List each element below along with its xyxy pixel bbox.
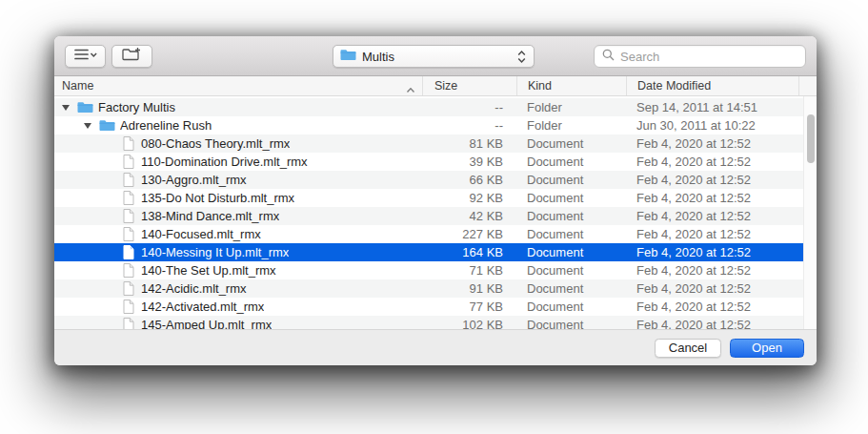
document-icon bbox=[123, 300, 134, 314]
document-icon bbox=[123, 209, 134, 223]
table-row[interactable]: 142-Activated.mlt_rmx 77 KB Document Feb… bbox=[54, 298, 817, 316]
file-name: Factory Multis bbox=[98, 100, 175, 114]
file-size: 81 KB bbox=[422, 136, 516, 151]
column-header-name[interactable]: Name bbox=[54, 76, 422, 95]
file-size: 164 KB bbox=[422, 245, 516, 259]
file-size: 102 KB bbox=[422, 318, 516, 329]
table-row[interactable]: 110-Domination Drive.mlt_rmx 39 KB Docum… bbox=[54, 153, 817, 171]
new-folder-button[interactable] bbox=[111, 45, 152, 68]
file-date-modified: Feb 4, 2020 at 12:52 bbox=[626, 209, 798, 223]
table-row[interactable]: 140-The Set Up.mlt_rmx 71 KB Document Fe… bbox=[54, 261, 817, 279]
table-row[interactable]: 145-Amped Up.mlt_rmx 102 KB Document Feb… bbox=[54, 316, 817, 329]
file-size: 227 KB bbox=[422, 227, 516, 241]
search-input[interactable] bbox=[620, 50, 797, 64]
cancel-button[interactable]: Cancel bbox=[655, 339, 721, 358]
file-name: Adreneline Rush bbox=[120, 118, 212, 133]
dialog-footer: Cancel Open bbox=[54, 329, 817, 365]
file-size: 71 KB bbox=[422, 263, 516, 278]
file-kind: Document bbox=[516, 209, 626, 223]
file-date-modified: Feb 4, 2020 at 12:52 bbox=[626, 300, 798, 314]
scrollbar-track[interactable] bbox=[803, 96, 817, 329]
file-size: 91 KB bbox=[422, 281, 516, 296]
table-row[interactable]: 080-Chaos Theory.mlt_rmx 81 KB Document … bbox=[54, 134, 817, 153]
column-header-date-modified[interactable]: Date Modified bbox=[626, 76, 798, 95]
scrollbar-thumb[interactable] bbox=[807, 114, 815, 163]
document-icon bbox=[123, 155, 134, 169]
file-kind: Document bbox=[516, 245, 626, 259]
table-row[interactable]: 142-Acidic.mlt_rmx 91 KB Document Feb 4,… bbox=[54, 279, 817, 298]
file-kind: Document bbox=[516, 227, 626, 241]
file-name: 110-Domination Drive.mlt_rmx bbox=[141, 155, 308, 169]
column-header-kind[interactable]: Kind bbox=[516, 76, 626, 95]
file-kind: Document bbox=[516, 300, 626, 314]
file-size: -- bbox=[422, 100, 516, 114]
file-date-modified: Feb 4, 2020 at 12:52 bbox=[626, 155, 798, 169]
file-date-modified: Feb 4, 2020 at 12:52 bbox=[626, 281, 798, 296]
folder-icon bbox=[340, 49, 356, 64]
file-date-modified: Feb 4, 2020 at 12:52 bbox=[626, 263, 798, 278]
file-date-modified: Jun 30, 2011 at 10:22 bbox=[626, 118, 798, 133]
file-name: 135-Do Not Disturb.mlt_rmx bbox=[141, 191, 294, 205]
file-size: -- bbox=[422, 118, 516, 133]
file-kind: Document bbox=[516, 136, 626, 151]
file-date-modified: Sep 14, 2011 at 14:51 bbox=[626, 100, 798, 114]
file-kind: Document bbox=[516, 191, 626, 205]
new-folder-icon bbox=[122, 47, 142, 66]
folder-icon bbox=[99, 119, 115, 132]
file-kind: Folder bbox=[516, 118, 626, 133]
document-icon bbox=[123, 227, 134, 241]
table-row[interactable]: 140-Messing It Up.mlt_rmx 164 KB Documen… bbox=[54, 243, 817, 261]
table-row[interactable]: Factory Multis -- Folder Sep 14, 2011 at… bbox=[54, 98, 817, 116]
file-name: 130-Aggro.mlt_rmx bbox=[141, 173, 247, 187]
search-field[interactable] bbox=[594, 45, 806, 68]
location-value: Multis bbox=[362, 50, 517, 64]
document-icon bbox=[123, 136, 134, 151]
file-name: 145-Amped Up.mlt_rmx bbox=[141, 318, 272, 329]
column-header-stub bbox=[798, 76, 817, 95]
file-name: 138-Mind Dance.mlt_rmx bbox=[141, 209, 279, 223]
table-row[interactable]: 140-Focused.mlt_rmx 227 KB Document Feb … bbox=[54, 225, 817, 243]
file-kind: Document bbox=[516, 155, 626, 169]
view-mode-button[interactable] bbox=[65, 45, 106, 68]
document-icon bbox=[123, 281, 134, 296]
file-name: 142-Activated.mlt_rmx bbox=[141, 300, 264, 314]
disclosure-triangle-icon[interactable] bbox=[62, 105, 70, 111]
file-size: 39 KB bbox=[422, 155, 516, 169]
document-icon bbox=[123, 191, 134, 205]
document-icon bbox=[123, 318, 134, 329]
open-button[interactable]: Open bbox=[730, 339, 804, 358]
table-row[interactable]: 138-Mind Dance.mlt_rmx 42 KB Document Fe… bbox=[54, 207, 817, 225]
table-row[interactable]: 130-Aggro.mlt_rmx 66 KB Document Feb 4, … bbox=[54, 171, 817, 189]
table-row[interactable]: Adreneline Rush -- Folder Jun 30, 2011 a… bbox=[54, 116, 817, 134]
folder-icon bbox=[77, 101, 93, 114]
file-size: 77 KB bbox=[422, 300, 516, 314]
file-size: 92 KB bbox=[422, 191, 516, 205]
list-view-icon bbox=[73, 48, 97, 65]
chevron-up-down-icon bbox=[517, 50, 526, 64]
file-date-modified: Feb 4, 2020 at 12:52 bbox=[626, 227, 798, 241]
file-name: 140-The Set Up.mlt_rmx bbox=[141, 263, 276, 278]
disclosure-triangle-icon[interactable] bbox=[84, 123, 91, 129]
open-file-dialog: Multis Name bbox=[54, 36, 817, 365]
file-size: 66 KB bbox=[422, 173, 516, 187]
document-icon bbox=[123, 173, 134, 187]
table-row[interactable]: 135-Do Not Disturb.mlt_rmx 92 KB Documen… bbox=[54, 189, 817, 207]
file-name: 142-Acidic.mlt_rmx bbox=[141, 281, 247, 296]
file-date-modified: Feb 4, 2020 at 12:52 bbox=[626, 173, 798, 187]
file-size: 42 KB bbox=[422, 209, 516, 223]
file-kind: Document bbox=[516, 173, 626, 187]
file-date-modified: Feb 4, 2020 at 12:52 bbox=[626, 245, 798, 259]
document-icon bbox=[123, 263, 134, 278]
sort-ascending-icon bbox=[406, 83, 415, 96]
file-name: 140-Focused.mlt_rmx bbox=[141, 227, 261, 241]
file-kind: Document bbox=[516, 263, 626, 278]
file-kind: Document bbox=[516, 318, 626, 329]
screen: Multis Name bbox=[0, 0, 868, 434]
file-list: Factory Multis -- Folder Sep 14, 2011 at… bbox=[54, 96, 817, 329]
column-header-size[interactable]: Size bbox=[422, 76, 516, 95]
column-header-row: Name Size Kind Date Modified bbox=[54, 76, 817, 96]
location-dropdown[interactable]: Multis bbox=[333, 45, 535, 68]
file-name: 080-Chaos Theory.mlt_rmx bbox=[141, 136, 290, 151]
file-date-modified: Feb 4, 2020 at 12:52 bbox=[626, 318, 798, 329]
file-date-modified: Feb 4, 2020 at 12:52 bbox=[626, 136, 798, 151]
